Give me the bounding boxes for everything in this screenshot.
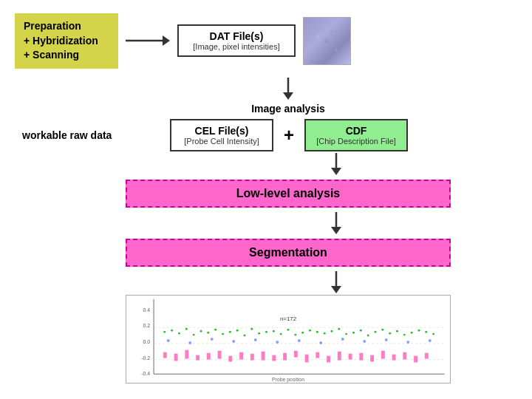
cdf-subtitle: [Chip Description File]: [316, 137, 396, 146]
cel-file-subtitle: [Probe Cell Intensity]: [182, 137, 262, 146]
svg-point-51: [381, 329, 383, 331]
svg-text:n=172: n=172: [280, 316, 296, 322]
svg-point-92: [341, 338, 344, 341]
svg-point-84: [167, 339, 170, 342]
svg-rect-66: [239, 352, 243, 359]
svg-point-50: [375, 330, 377, 332]
svg-rect-59: [163, 352, 167, 358]
svg-point-42: [316, 330, 318, 332]
svg-point-93: [363, 340, 366, 343]
svg-rect-61: [185, 350, 188, 359]
svg-rect-81: [403, 352, 406, 359]
svg-rect-65: [228, 355, 232, 361]
svg-point-35: [265, 330, 267, 332]
svg-point-56: [418, 330, 420, 332]
svg-point-37: [280, 332, 282, 335]
svg-point-95: [406, 341, 409, 344]
svg-point-87: [232, 340, 235, 343]
svg-rect-83: [425, 352, 429, 358]
top-row: Preparation + Hybridization + Scanning D…: [0, 6, 532, 76]
svg-point-53: [396, 330, 398, 332]
svg-rect-62: [196, 355, 200, 360]
svg-rect-10: [129, 296, 449, 383]
svg-rect-74: [327, 355, 330, 362]
svg-point-85: [188, 341, 191, 344]
svg-point-46: [345, 332, 347, 335]
svg-rect-77: [359, 352, 363, 360]
main-container: Preparation + Hybridization + Scanning D…: [0, 0, 532, 399]
svg-marker-5: [331, 168, 341, 175]
middle-row: workable raw data CEL File(s) [Probe Cel…: [0, 119, 532, 151]
svg-point-89: [276, 341, 279, 344]
svg-point-22: [171, 330, 173, 332]
svg-point-25: [193, 333, 195, 335]
svg-point-88: [254, 338, 257, 341]
svg-rect-75: [338, 351, 341, 360]
svg-point-47: [352, 331, 355, 333]
svg-rect-64: [218, 351, 222, 359]
segmentation-label: Segmentation: [249, 246, 327, 259]
svg-point-32: [244, 334, 246, 336]
image-analysis-label: Image analysis: [251, 103, 325, 115]
workable-label: workable raw data: [22, 129, 126, 141]
svg-point-43: [324, 332, 326, 334]
svg-text:0.2: 0.2: [143, 323, 151, 328]
svg-point-34: [258, 332, 260, 334]
svg-point-57: [425, 330, 427, 332]
dat-file-title: DAT File(s): [191, 30, 282, 42]
svg-point-31: [236, 330, 239, 332]
cel-file-box: CEL File(s) [Probe Cell Intensity]: [170, 119, 273, 151]
svg-point-39: [294, 333, 296, 335]
preparation-line3: + Scanning: [24, 48, 109, 63]
svg-rect-82: [414, 355, 417, 362]
svg-point-55: [411, 331, 413, 333]
svg-rect-72: [305, 354, 309, 362]
segmentation-bar: Segmentation: [126, 239, 451, 267]
svg-rect-60: [174, 353, 178, 361]
svg-point-30: [229, 330, 231, 332]
low-level-label: Low-level analysis: [236, 187, 341, 200]
svg-point-58: [432, 332, 434, 335]
svg-point-40: [301, 331, 304, 333]
svg-point-41: [309, 330, 311, 332]
svg-marker-1: [163, 35, 170, 46]
svg-rect-78: [370, 355, 374, 361]
svg-rect-76: [349, 353, 352, 359]
arrow-down-low: [325, 212, 347, 234]
dat-file-subtitle: [Image, pixel intensities]: [191, 42, 282, 51]
svg-point-38: [287, 329, 290, 331]
chart-container: -0.4 -0.2 0.0 0.2 0.4: [126, 295, 451, 383]
svg-rect-69: [272, 355, 276, 361]
svg-point-26: [200, 330, 202, 332]
svg-rect-63: [207, 352, 211, 359]
chip-image: [303, 17, 351, 65]
svg-point-28: [214, 329, 216, 331]
cel-file-title: CEL File(s): [182, 125, 262, 137]
svg-text:-0.2: -0.2: [141, 355, 150, 360]
svg-rect-79: [381, 351, 385, 359]
svg-point-48: [360, 330, 362, 332]
svg-rect-68: [262, 351, 265, 360]
svg-rect-67: [250, 353, 254, 360]
svg-point-96: [429, 339, 432, 342]
svg-point-24: [185, 328, 188, 330]
svg-rect-73: [316, 352, 319, 358]
svg-point-54: [403, 333, 406, 335]
svg-point-36: [273, 330, 275, 332]
svg-point-94: [385, 338, 388, 341]
arrow-down-dat: [277, 78, 299, 100]
svg-point-52: [389, 332, 391, 334]
svg-text:-0.4: -0.4: [141, 371, 150, 376]
svg-text:0.0: 0.0: [143, 339, 151, 344]
cdf-box: CDF [Chip Description File]: [304, 119, 408, 151]
svg-point-21: [163, 330, 166, 332]
preparation-box: Preparation + Hybridization + Scanning: [15, 13, 118, 69]
svg-point-91: [319, 341, 322, 344]
svg-marker-3: [283, 92, 293, 100]
svg-rect-80: [392, 354, 396, 360]
svg-point-45: [338, 328, 340, 330]
svg-marker-7: [331, 227, 341, 234]
svg-rect-71: [294, 351, 298, 358]
arrow-down-cel: [325, 153, 347, 175]
svg-text:0.4: 0.4: [143, 307, 151, 312]
